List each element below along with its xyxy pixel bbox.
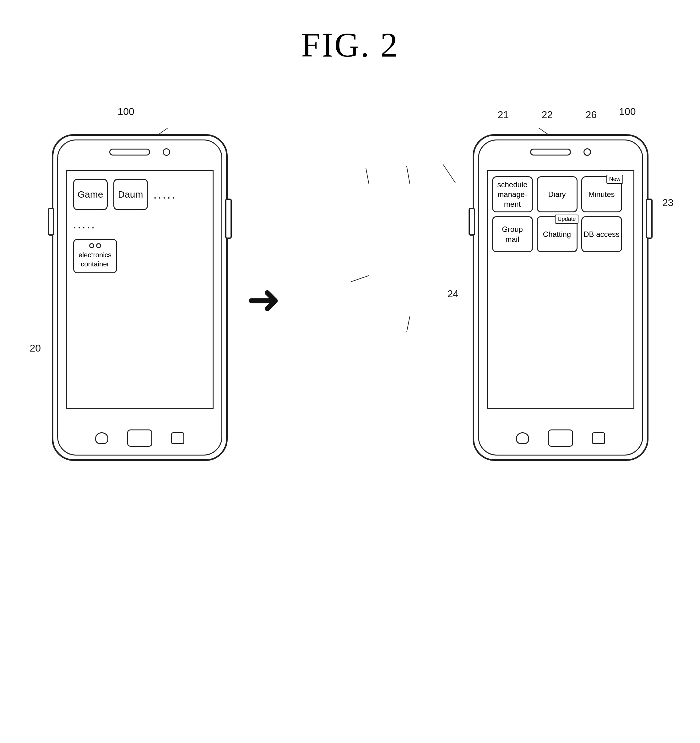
app-grid-row-2: Groupmail Update Chatting DB access: [492, 216, 629, 252]
ref-21: 21: [498, 109, 509, 121]
camera-right: [583, 148, 591, 156]
ref-26: 26: [586, 109, 597, 121]
speaker-left: [109, 149, 150, 155]
phone-bottom-right: [474, 429, 647, 447]
svg-line-4: [407, 166, 410, 184]
badge-new: New: [606, 175, 623, 184]
screen-content-left: Game Daum ..... .....: [67, 171, 213, 281]
screen-content-right: schedulemanage-ment Diary New Minutes: [488, 171, 634, 257]
container-circles: [89, 243, 101, 248]
app-row-1: Game Daum .....: [73, 179, 206, 210]
ref-23: 23: [662, 197, 673, 209]
call-button-right[interactable]: [516, 432, 529, 444]
back-button-right[interactable]: [592, 432, 605, 444]
screen-left: Game Daum ..... .....: [66, 170, 214, 409]
phone-top-left: [53, 148, 226, 156]
app-diary[interactable]: Diary: [537, 176, 577, 212]
ref-20: 20: [30, 342, 41, 354]
phone-top-right: [474, 148, 647, 156]
app-minutes-label: Minutes: [588, 189, 614, 199]
container-icon[interactable]: electronicscontainer: [73, 239, 117, 273]
app-chatting-label: Chatting: [543, 229, 571, 239]
app-minutes[interactable]: New Minutes: [581, 176, 622, 212]
app-daum[interactable]: Daum: [114, 179, 148, 210]
call-button-left[interactable]: [95, 432, 108, 444]
diagram-wrapper: 100 Game Daum .....: [52, 96, 648, 536]
app-grid-row-1: schedulemanage-ment Diary New Minutes: [492, 176, 629, 212]
ref-100-right: 100: [619, 106, 636, 117]
circle-1: [89, 243, 94, 248]
phone-shell-right: schedulemanage-ment Diary New Minutes: [473, 134, 648, 461]
arrow: ➜: [247, 275, 281, 323]
svg-line-3: [366, 168, 369, 184]
svg-line-7: [351, 275, 369, 282]
app-diary-label: Diary: [548, 189, 566, 199]
app-groupmail-label: Groupmail: [502, 224, 523, 244]
badge-update: Update: [555, 215, 578, 224]
dots-row: .....: [73, 218, 206, 231]
svg-line-8: [407, 316, 410, 332]
phone-shell-left: Game Daum ..... .....: [52, 134, 228, 461]
ref-22: 22: [542, 109, 553, 121]
speaker-right: [530, 149, 571, 155]
container-row: electronicscontainer: [73, 239, 206, 273]
ref-24: 24: [447, 288, 459, 300]
app-chatting[interactable]: Update Chatting: [537, 216, 577, 252]
app-groupmail[interactable]: Groupmail: [492, 216, 533, 252]
dots-1: .....: [154, 188, 176, 201]
phone-bottom-left: [53, 429, 226, 447]
ref-100-left: 100: [118, 106, 134, 117]
phone-left: 100 Game Daum .....: [52, 134, 228, 461]
circle-2: [96, 243, 101, 248]
dots-2: .....: [73, 218, 96, 231]
phone-right: 100 21 22 26 23 24 25 sch: [473, 134, 648, 461]
container-label: electronicscontainer: [78, 251, 111, 269]
back-button-left[interactable]: [171, 432, 185, 444]
app-dbaccess[interactable]: DB access: [581, 216, 622, 252]
app-schedule-label: schedulemanage-ment: [497, 180, 527, 209]
screen-right: schedulemanage-ment Diary New Minutes: [487, 170, 634, 409]
app-game[interactable]: Game: [73, 179, 108, 210]
app-schedule[interactable]: schedulemanage-ment: [492, 176, 533, 212]
home-button-left[interactable]: [127, 429, 152, 447]
camera-left: [163, 148, 170, 156]
figure-title: FIG. 2: [301, 25, 399, 65]
app-dbaccess-label: DB access: [583, 229, 620, 239]
home-button-right[interactable]: [548, 429, 573, 447]
svg-line-5: [443, 164, 455, 183]
